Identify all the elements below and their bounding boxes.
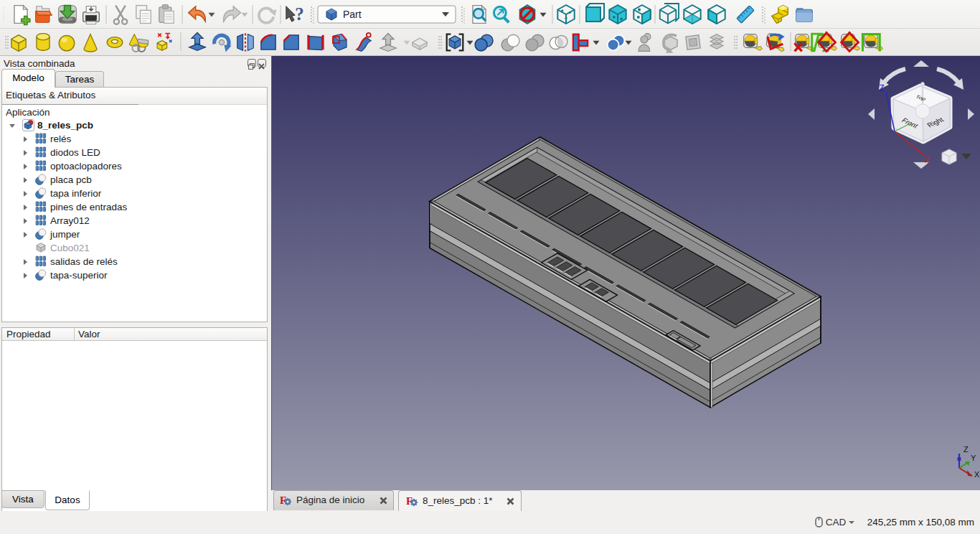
svg-text:?: ?: [295, 4, 303, 24]
svg-text:Part: Part: [343, 9, 362, 20]
svg-text:Z: Z: [879, 83, 884, 93]
svg-text:Z: Z: [963, 445, 969, 454]
svg-text:x: x: [925, 155, 929, 165]
svg-text:X: X: [974, 470, 980, 479]
svg-text:Y: Y: [971, 454, 976, 462]
